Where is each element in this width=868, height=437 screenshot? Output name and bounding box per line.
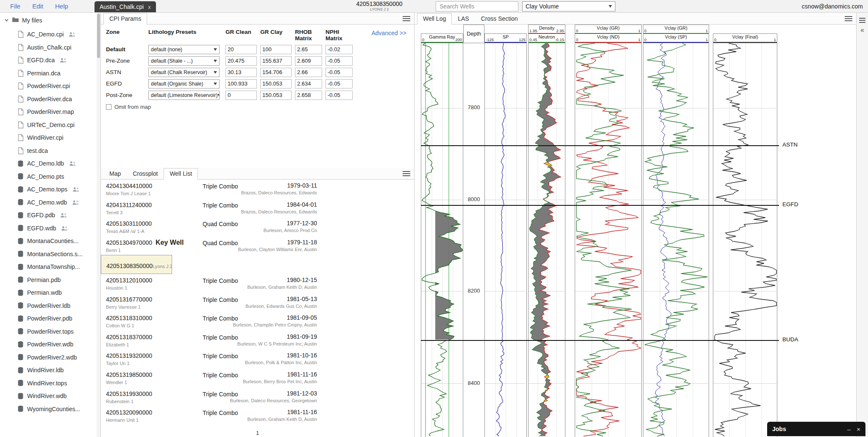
gr-clay-input[interactable]: 155.637 (260, 56, 292, 66)
file-item[interactable]: Austin_Chalk.cpi (0, 41, 100, 54)
log-tab-las[interactable]: LAS (452, 13, 475, 25)
cpi-panel-menu-icon[interactable] (403, 16, 410, 22)
file-item[interactable]: WindRiver.tops (0, 377, 100, 390)
well-row[interactable]: 42051312010000Houston 1Triple Combo1980-… (101, 274, 414, 293)
nphi-matrix-input[interactable]: -0.05 (326, 68, 353, 77)
lithology-preset-select[interactable]: default (none) (148, 45, 220, 54)
lithology-preset-select[interactable]: default (Chalk Reservoir) (148, 68, 220, 77)
file-item[interactable]: WindRiver.cpi (0, 131, 100, 144)
well-tab-crossplot[interactable]: Crossplot (127, 168, 164, 180)
well-row[interactable]: 42051318370000Elizabeth 1Triple Combo198… (101, 331, 414, 350)
file-item[interactable]: PowderRiver.wdb (0, 338, 100, 351)
gr-clean-input[interactable]: 0 (225, 91, 257, 100)
jobs-bar[interactable]: Jobs – × (767, 422, 865, 436)
file-item[interactable]: AC_Demo.wdb (0, 196, 100, 209)
gr-clean-input[interactable]: 100.933 (225, 79, 257, 89)
file-item[interactable]: WindRiver.ldb (0, 364, 100, 377)
file-item[interactable]: PowderRiver.cpi (0, 80, 100, 93)
well-row[interactable]: 42051320090000Hermann Unit 1Triple Combo… (101, 406, 414, 425)
well-row[interactable]: 42051318310000Cotton W G 1Triple Combo19… (101, 312, 414, 331)
well-row[interactable]: 42051319930000Rubenstein 1Triple Combo19… (101, 387, 414, 407)
well-list-page-number[interactable]: 1 (101, 430, 414, 436)
sidebar-scrollbar[interactable] (97, 13, 100, 437)
rhob-matrix-input[interactable]: 2.66 (295, 68, 322, 77)
file-item[interactable]: AC_Demo.cpi (0, 28, 100, 41)
omit-from-map-checkbox[interactable] (106, 104, 111, 110)
density-neutron-track[interactable] (528, 43, 565, 437)
file-item[interactable]: EGFD.dca (0, 54, 100, 67)
right-strip-menu-icon[interactable] (859, 18, 865, 23)
vclay-gr-sp-track[interactable] (643, 43, 709, 437)
file-item[interactable]: AC_Demo.pts (0, 170, 100, 183)
sidebar-scrollbar-thumb[interactable] (97, 14, 100, 58)
file-item[interactable]: URTeC_Demo.cpi (0, 119, 100, 132)
well-row[interactable]: 42041311240000Terrell 3Triple Combo1984-… (101, 199, 414, 218)
file-item[interactable]: AC_Demo.ldb (0, 157, 100, 170)
close-document-icon[interactable]: x (148, 4, 151, 10)
vclay-gr-sp-track-header[interactable]: 0Vclay (GR)10Vclay (SP)1 (643, 25, 709, 43)
file-item[interactable]: PowderRiver.dca (0, 93, 100, 106)
file-item[interactable]: AC_Demo.tops (0, 183, 100, 196)
gr-clay-input[interactable]: 154.706 (260, 68, 292, 77)
gamma-ray-track[interactable] (421, 43, 463, 437)
lithology-preset-select[interactable]: default (Shale - ...) (148, 56, 220, 66)
density-neutron-track-header[interactable]: 1.95Density2.950.45Neutron-0.15 (528, 25, 565, 43)
vclay-final-track[interactable] (713, 43, 777, 437)
file-item[interactable]: PowderRiver.ldb (0, 299, 100, 313)
rhob-matrix-input[interactable]: 2.658 (295, 91, 322, 100)
gamma-ray-track-header[interactable]: 0Gamma Ray200 (421, 33, 463, 43)
well-tab-map[interactable]: Map (103, 168, 127, 180)
file-item[interactable]: Permian.dca (0, 67, 100, 80)
nphi-matrix-input[interactable]: -0.05 (326, 79, 353, 89)
gr-clean-input[interactable]: 30.13 (225, 68, 257, 77)
nphi-matrix-input[interactable]: -0.02 (326, 45, 353, 54)
rhob-matrix-input[interactable]: 2.609 (295, 56, 322, 66)
file-item[interactable]: Permian.wdb (0, 286, 100, 299)
well-row[interactable]: 42041304410000Moore Tom J Lease 1Triple … (101, 180, 414, 199)
file-item[interactable]: EGFD.pdb (0, 209, 100, 222)
sp-track-header[interactable]: -125SP125 (484, 33, 527, 43)
well-row[interactable]: 42051316770000Berry Varresse 1Triple Com… (101, 293, 414, 312)
file-item[interactable]: MontanaSections.s... (0, 248, 100, 261)
vclay-gr-nd-track-header[interactable]: 0Vclay (GR)10Vclay (ND)1 (575, 25, 642, 43)
file-item[interactable]: WyomingCounties... (0, 403, 100, 416)
nphi-matrix-input[interactable]: -0.05 (326, 91, 353, 100)
file-item[interactable]: PowderRiver.pdb (0, 312, 100, 325)
gr-clean-input[interactable]: 20 (225, 45, 257, 54)
gr-clay-input[interactable]: 100 (260, 45, 292, 54)
jobs-close-icon[interactable]: × (857, 426, 860, 433)
nphi-matrix-input[interactable]: -0.05 (326, 56, 353, 66)
file-item[interactable]: MontanaCounties... (0, 235, 100, 248)
vclay-final-track-header[interactable]: 0Vclay (Final)1 (713, 33, 777, 43)
well-tab-well-list[interactable]: Well List (164, 168, 198, 180)
vclay-gr-nd-track[interactable] (575, 43, 642, 437)
log-tab-cross-section[interactable]: Cross Section (475, 13, 524, 25)
caret-down-icon[interactable] (4, 17, 9, 24)
file-item[interactable]: EGFD.wdb (0, 222, 100, 235)
search-wells-input[interactable] (436, 1, 518, 11)
help-menu[interactable]: Help (55, 3, 68, 10)
rhob-matrix-input[interactable]: 2.65 (295, 45, 322, 54)
file-item[interactable]: PowderRiver.map (0, 105, 100, 119)
edit-menu[interactable]: Edit (32, 3, 43, 10)
gr-clay-input[interactable]: 150.053 (260, 79, 292, 89)
file-item[interactable]: test.dca (0, 144, 100, 158)
file-item[interactable]: PowderRiver2.wdb (0, 351, 100, 364)
sidebar-root-my-files[interactable]: My files (0, 13, 100, 26)
jobs-minimize-icon[interactable]: – (847, 426, 851, 433)
well-panel-menu-icon[interactable] (403, 171, 410, 177)
file-item[interactable]: Permian.pdb (0, 274, 100, 287)
log-tab-well-log[interactable]: Well Log (417, 13, 452, 25)
curve-display-select[interactable]: Clay Volume (522, 1, 615, 11)
file-item[interactable]: MontanaTownship... (0, 260, 100, 274)
file-item[interactable]: WindRiver.wdb (0, 390, 100, 403)
rhob-matrix-input[interactable]: 2.634 (295, 79, 322, 89)
well-row[interactable]: 42051304970000Key WellBenn 1Quad Combo19… (101, 236, 414, 255)
gr-clean-input[interactable]: 20.475 (225, 56, 257, 66)
well-row[interactable]: 42051303110000Texas A&M /a/ 1-AQuad Comb… (101, 217, 414, 236)
log-track-curves[interactable]: 7800800082008400ASTNEGFDBUDA (415, 43, 856, 437)
sp-track[interactable] (484, 43, 527, 437)
collapse-panel-icon[interactable]: « (857, 26, 868, 34)
well-row[interactable]: 42051319320000Taylor Un 1Triple Combo198… (101, 349, 414, 368)
log-panel-menu-icon[interactable] (845, 16, 852, 22)
